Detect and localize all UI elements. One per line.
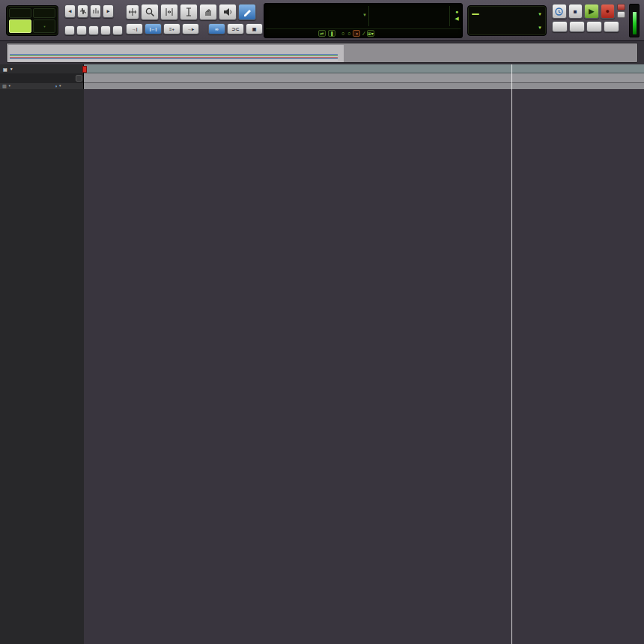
playhead-marker[interactable] [82, 66, 87, 73]
mode-shuffle-button[interactable] [9, 8, 31, 18]
toolbar: ▼ ◂ ▸ →| |↔| ≡+ →▸ [0, 0, 644, 41]
add-marker-button[interactable] [76, 75, 82, 82]
tracklist-header-cell: ▥ ▼ ◑ ▼ [0, 83, 84, 89]
zoom-preset-buttons [64, 25, 123, 35]
counter-dropdown-icon[interactable]: ▼ [362, 13, 367, 17]
record-button[interactable]: ● [601, 4, 616, 19]
edit-tool-options: →| |↔| ≡+ →▸ ∞ ⊃⊂ ▣ [126, 23, 263, 34]
timebase-dropdown-icon[interactable]: ▼ [58, 84, 61, 88]
midi-zoom-icon[interactable] [90, 4, 101, 18]
grid-label[interactable] [472, 13, 479, 15]
mode-spot-button[interactable] [33, 8, 55, 18]
zoom-preset-5[interactable] [112, 25, 123, 35]
pencil-tool-icon[interactable] [238, 4, 256, 20]
zoom-toggle-icon[interactable] [126, 4, 139, 19]
transport-option-toggle[interactable] [617, 11, 625, 18]
rewind-button[interactable] [569, 21, 585, 32]
online-button[interactable] [552, 4, 567, 19]
trim-tool-icon[interactable] [160, 4, 178, 20]
pre-post-roll-icons[interactable]: ●◀ [452, 8, 462, 22]
output-meter [629, 4, 640, 37]
protools-edit-window: ▼ ◂ ▸ →| |↔| ≡+ →▸ [0, 0, 644, 644]
zoomer-tool-icon[interactable] [141, 4, 159, 20]
ruler-unit-selector[interactable]: ▤ ▼ [0, 64, 84, 73]
ruler-dropdown-icon: ▼ [10, 67, 13, 71]
zoom-in-arrow-icon[interactable]: ▸ [103, 4, 114, 18]
counter-sub-row: ⇄ ❚ ○ ○ ▪ ∕ ⊞▾ [266, 28, 461, 37]
universe-session-view[interactable] [8, 45, 344, 62]
grid-nudge-panel: ▼ ▼ [467, 5, 547, 36]
return-to-start-button[interactable] [552, 21, 568, 32]
record-safe-toggle[interactable] [617, 4, 625, 10]
universe-track-lines [10, 54, 338, 61]
automation-follows-edit-icon[interactable]: ⊃⊂ [227, 23, 244, 34]
mirrored-midi-edit-icon[interactable]: ∞ [208, 23, 225, 34]
stop-button[interactable]: ■ [568, 4, 583, 19]
mode-slip-button[interactable] [9, 19, 31, 33]
grid-mode-dropdown-icon: ▼ [43, 25, 46, 28]
tracklist-menu-icon[interactable]: ▥ [2, 84, 7, 88]
ruler-icon: ▤ [3, 67, 7, 72]
link-track-edit-icon[interactable]: ≡+ [163, 23, 180, 34]
transport-controls: ■ ▶ ● [552, 4, 625, 32]
play-button[interactable]: ▶ [584, 4, 599, 19]
mode-grid-button[interactable]: ▼ [33, 19, 55, 33]
grid-dropdown-icon[interactable]: ▼ [538, 12, 542, 16]
link-timeline-edit-icon[interactable]: |↔| [145, 23, 162, 34]
nudge-dropdown-icon[interactable]: ▼ [538, 25, 542, 30]
go-to-end-button[interactable] [604, 21, 619, 32]
session-status-icon[interactable]: ○ [347, 31, 350, 36]
waveform-zoom-icon[interactable] [77, 4, 88, 18]
markers-lane[interactable] [0, 73, 644, 83]
zoom-preset-1[interactable] [64, 25, 75, 35]
edit-tools [126, 4, 256, 20]
grabber-tool-icon[interactable] [199, 4, 217, 20]
tracklist-header: ▥ ▼ ◑ ▼ [0, 83, 644, 89]
timeline-insertion-icon[interactable]: ⇄ [318, 30, 326, 37]
selector-tool-icon[interactable] [180, 4, 198, 20]
scrubber-tool-icon[interactable] [219, 4, 237, 20]
grid-display-icon[interactable]: ⊞▾ [367, 30, 374, 37]
zoom-preset-2[interactable] [76, 25, 87, 35]
tab-to-transient-icon[interactable]: →| [126, 23, 143, 34]
edit-mode-panel: ▼ [6, 5, 58, 36]
fast-forward-button[interactable] [586, 21, 602, 32]
zoom-controls: ◂ ▸ [64, 4, 114, 18]
transport-extra-buttons[interactable] [617, 4, 625, 19]
zoom-preset-3[interactable] [88, 25, 99, 35]
track-list-rail [0, 89, 84, 644]
timeline-clock-icon[interactable]: ○ [341, 31, 344, 36]
zoom-out-arrow-icon[interactable]: ◂ [64, 4, 76, 18]
tracklist-dropdown-icon[interactable]: ▼ [8, 84, 11, 88]
pencil-mode-icon[interactable]: ∕ [363, 31, 364, 36]
edit-insertion-icon[interactable]: ❚ [328, 30, 335, 37]
main-counter-panel: ▼ ●◀ ⇄ ❚ ○ ○ ▪ ∕ ⊞▾ [264, 3, 463, 38]
timeline-ruler[interactable]: ▤ ▼ [0, 64, 644, 73]
markers-ruler-label [0, 73, 84, 83]
layered-editing-icon[interactable]: ▣ [246, 23, 263, 34]
selection-fields [371, 5, 449, 28]
timebase-clock-icon[interactable]: ◑ [55, 84, 58, 88]
insertion-follows-playback-icon[interactable]: →▸ [182, 23, 199, 34]
universe-strip [0, 41, 644, 64]
universe-panel [6, 43, 638, 63]
edit-cursor-line [511, 64, 512, 644]
midi-merge-icon[interactable]: ▪ [353, 30, 360, 37]
zoom-preset-4[interactable] [100, 25, 111, 35]
